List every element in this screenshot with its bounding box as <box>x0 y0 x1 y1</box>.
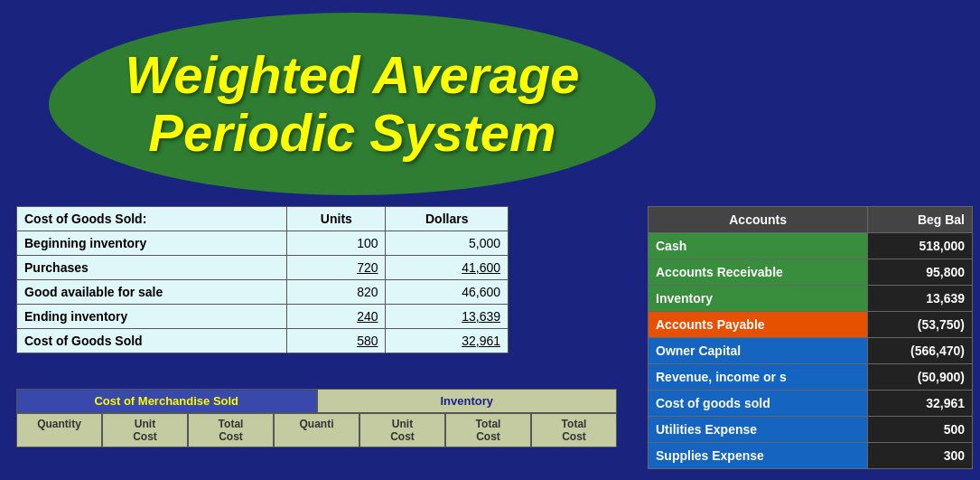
bottom-table-container: Cost of Merchandise Sold Inventory Quant… <box>16 389 617 447</box>
accounts-row: Inventory13,639 <box>649 286 973 312</box>
sub-total-cost-l: TotalCost <box>188 413 274 447</box>
accounts-row: Accounts Receivable95,800 <box>649 259 973 286</box>
cogs-col-dollars: Dollars <box>386 207 509 231</box>
table-row: Ending inventory24013,639 <box>17 305 509 329</box>
accounts-col-header: Accounts <box>649 207 868 233</box>
sub-quanti: Quanti <box>274 413 359 447</box>
row-dollars: 46,600 <box>386 280 509 305</box>
row-label: Ending inventory <box>17 305 287 329</box>
bottom-header-right: Inventory <box>317 389 618 413</box>
account-beg-bal: 500 <box>868 417 973 443</box>
accounts-row: Accounts Payable(53,750) <box>649 312 973 338</box>
row-units: 820 <box>287 280 386 305</box>
title-line1: Weighted Average <box>126 45 580 104</box>
title-line2: Periodic System <box>148 103 555 162</box>
account-beg-bal: (53,750) <box>868 312 973 338</box>
row-label: Purchases <box>17 256 287 280</box>
row-units: 100 <box>287 231 386 256</box>
account-name: Cost of goods sold <box>649 391 868 417</box>
table-row: Purchases72041,600 <box>17 256 509 280</box>
begbal-col-header: Beg Bal <box>868 207 973 233</box>
account-name: Inventory <box>649 286 868 312</box>
row-label: Beginning inventory <box>17 231 287 256</box>
accounts-row: Cash518,000 <box>649 233 973 259</box>
account-beg-bal: 13,639 <box>868 286 973 312</box>
account-name: Revenue, income or s <box>649 364 868 391</box>
bottom-header-row: Cost of Merchandise Sold Inventory <box>16 389 617 413</box>
row-units: 580 <box>287 329 386 353</box>
right-table-container: Accounts Beg Bal Cash518,000Accounts Rec… <box>648 206 973 469</box>
account-beg-bal: (50,900) <box>868 364 973 391</box>
bottom-sub-row: Quantity UnitCost TotalCost Quanti UnitC… <box>16 413 617 447</box>
table-row: Good available for sale82046,600 <box>17 280 509 305</box>
row-dollars: 41,600 <box>386 256 509 280</box>
accounts-table: Accounts Beg Bal Cash518,000Accounts Rec… <box>648 206 973 469</box>
account-beg-bal: 300 <box>868 443 973 469</box>
accounts-row: Revenue, income or s(50,900) <box>649 364 973 391</box>
account-beg-bal: 32,961 <box>868 391 973 417</box>
sub-unit-cost-l: UnitCost <box>102 413 188 447</box>
row-units: 240 <box>287 305 386 329</box>
account-name: Cash <box>649 233 868 259</box>
account-name: Accounts Receivable <box>649 259 868 286</box>
accounts-row: Cost of goods sold32,961 <box>649 391 973 417</box>
row-label: Cost of Goods Sold <box>17 329 287 353</box>
cogs-header-label: Cost of Goods Sold: <box>17 207 287 231</box>
sub-quantity: Quantity <box>16 413 102 447</box>
left-table-container: Cost of Goods Sold: Units Dollars Beginn… <box>16 206 509 353</box>
row-dollars: 5,000 <box>386 231 509 256</box>
account-name: Supplies Expense <box>649 443 868 469</box>
row-dollars: 13,639 <box>386 305 509 329</box>
account-name: Owner Capital <box>649 338 868 364</box>
table-row: Cost of Goods Sold58032,961 <box>17 329 509 353</box>
accounts-row: Utilities Expense500 <box>649 417 973 443</box>
table-row: Beginning inventory1005,000 <box>17 231 509 256</box>
header-ellipse: Weighted Average Periodic System <box>45 9 659 199</box>
accounts-row: Supplies Expense300 <box>649 443 973 469</box>
sub-total-cost-r: TotalCost <box>445 413 531 447</box>
header-title: Weighted Average Periodic System <box>126 46 580 162</box>
account-name: Accounts Payable <box>649 312 868 338</box>
accounts-row: Owner Capital(566,470) <box>649 338 973 364</box>
account-beg-bal: (566,470) <box>868 338 973 364</box>
row-dollars: 32,961 <box>386 329 509 353</box>
account-beg-bal: 518,000 <box>868 233 973 259</box>
sub-unit-cost-r: UnitCost <box>359 413 445 447</box>
row-label: Good available for sale <box>17 280 287 305</box>
bottom-header-left: Cost of Merchandise Sold <box>16 389 317 413</box>
cogs-col-units: Units <box>287 207 386 231</box>
account-beg-bal: 95,800 <box>868 259 973 286</box>
row-units: 720 <box>287 256 386 280</box>
sub-total-cost-end: TotalCost <box>531 413 617 447</box>
account-name: Utilities Expense <box>649 417 868 443</box>
cogs-table: Cost of Goods Sold: Units Dollars Beginn… <box>16 206 509 353</box>
